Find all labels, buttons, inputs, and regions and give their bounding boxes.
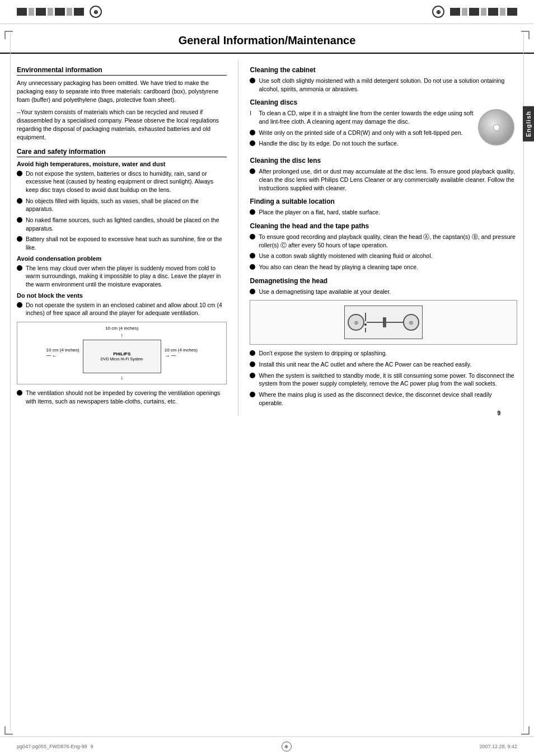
page-number: 9	[250, 410, 517, 416]
footer-page-num: 9	[91, 744, 93, 749]
bullet-text: Don't expose the system to dripping or s…	[259, 349, 387, 358]
avoid-heat-bullets: Do not expose the system, batteries or d…	[17, 170, 227, 252]
discs-bullets: l To clean a CD, wipe it in a straight l…	[250, 109, 517, 148]
cleaning-discs-heading: Cleaning discs	[250, 98, 517, 106]
bullet-item: Install this unit near the AC outlet and…	[250, 360, 517, 369]
bullet-num: l	[250, 109, 255, 118]
bullet-text: Battery shall not be exposed to excessiv…	[26, 235, 227, 251]
bullet-item: You also can clean the head by playing a…	[250, 263, 517, 271]
demag-bullets: Use a demagnetising tape available at yo…	[250, 288, 517, 296]
cleaning-cabinet-heading: Cleaning the cabinet	[250, 66, 517, 74]
bar-seg	[48, 8, 53, 16]
footer-timestamp: 2007.12.28, 9:42	[479, 744, 517, 749]
bullet-dot	[17, 265, 22, 271]
bullet-item: l To clean a CD, wipe it in a straight l…	[250, 109, 474, 125]
avoid-condensation-subheading: Avoid condensation problem	[17, 255, 227, 262]
cd-hole	[493, 124, 500, 131]
corner-mark-tr	[521, 31, 530, 39]
bullet-text: When the system is switched to standby m…	[259, 372, 517, 388]
bullet-text: To clean a CD, wipe it in a straight lin…	[259, 109, 474, 125]
corner-mark-bl	[4, 726, 13, 735]
bar-seg	[74, 8, 84, 16]
bullet-item: To ensure good recording and playback qu…	[250, 233, 517, 249]
bullet-dot	[17, 236, 22, 242]
bullet-item: No naked flame sources, such as lighted …	[17, 216, 227, 232]
env-info-body2: --Your system consists of materials whic…	[17, 108, 227, 142]
bullet-dot	[250, 392, 255, 397]
bullet-item: Use soft cloth slightly moistened with a…	[250, 77, 517, 93]
bullet-text: Do not expose the system, batteries or d…	[26, 170, 227, 194]
right-column: Cleaning the cabinet Use soft cloth slig…	[238, 60, 517, 416]
cd-circle	[478, 109, 514, 145]
bullet-item: Place the player on a flat, hard, stable…	[250, 208, 517, 217]
ventilation-diagram: 10 cm (4 inches) ← 10 cm (4 inches) ↑ PH…	[17, 322, 227, 384]
bullet-dot	[250, 130, 255, 135]
env-info-heading: Environmental information	[17, 66, 227, 76]
bullet-item: Don't expose the system to dripping or s…	[250, 349, 517, 358]
bar-seg	[488, 8, 498, 16]
bullet-text: After prolonged use, dirt or dust may ac…	[259, 167, 517, 192]
bullet-dot	[250, 373, 255, 378]
bar-seg	[36, 8, 46, 16]
bullet-dot	[250, 253, 255, 259]
bullet-dot	[250, 264, 255, 270]
cd-image	[478, 109, 517, 148]
bullet-dot	[17, 302, 22, 308]
bullet-dot	[250, 361, 255, 367]
bullet-item: Write only on the printed side of a CDR(…	[250, 129, 474, 137]
bar-seg	[17, 8, 27, 16]
location-bullets: Place the player on a flat, hard, stable…	[250, 208, 517, 217]
bullet-item: The lens may cloud over when the player …	[17, 264, 227, 289]
footer-bar: pg047-pg055_FWD876-Eng-98 9 ⊕ 2007.12.28…	[0, 736, 534, 756]
bar-seg	[469, 8, 479, 16]
bullet-item: Use a demagnetising tape available at yo…	[250, 288, 517, 296]
left-bar-segments	[17, 8, 84, 16]
bullet-item: When the system is switched to standby m…	[250, 372, 517, 388]
bullet-text: Place the player on a flat, hard, stable…	[259, 208, 380, 217]
demagnetising-heading: Demagnetising the head	[250, 277, 517, 285]
suitable-location-heading: Finding a suitable location	[250, 198, 517, 205]
bullet-text: Write only on the printed side of a CDR(…	[259, 129, 462, 137]
left-column: Environmental information Any unnecessar…	[17, 60, 227, 416]
bar-seg	[450, 8, 460, 16]
env-info-body1: Any unnecessary packaging has been omitt…	[17, 79, 227, 105]
bullet-item: Battery shall not be exposed to excessiv…	[17, 235, 227, 251]
header-right: ⊕	[267, 6, 517, 18]
bullet-text: Use a demagnetising tape available at yo…	[259, 288, 391, 296]
bullet-dot	[250, 289, 255, 294]
header-left: ⊕	[17, 6, 267, 18]
bullet-dot	[17, 198, 22, 204]
bullet-text: Install this unit near the AC outlet and…	[259, 360, 471, 369]
bar-seg	[481, 8, 486, 16]
bullet-text: You also can clean the head by playing a…	[259, 263, 418, 271]
bullet-dot	[17, 171, 22, 176]
care-safety-heading: Care and safety information	[17, 148, 227, 157]
footer-left: pg047-pg055_FWD876-Eng-98 9	[17, 741, 93, 752]
vents-bullets: Do not operate the system in an enclosed…	[17, 301, 227, 317]
device-diagram-rect: PHILIPS DVD Micro Hi-Fi System	[83, 340, 161, 373]
footer-right: 2007.12.28, 9:42	[479, 741, 517, 752]
bullet-text: No objects filled with liquids, such as …	[26, 197, 227, 213]
ventilation-bullets2: The ventilation should not be impeded by…	[17, 389, 227, 405]
bullet-item: Use a cotton swab slightly moistened wit…	[250, 252, 517, 260]
cabinet-bullets: Use soft cloth slightly moistened with a…	[250, 77, 517, 93]
dim-top-label: 10 cm (4 inches)	[105, 326, 138, 331]
corner-mark-br	[521, 726, 530, 735]
bullet-dot	[250, 140, 255, 146]
bullet-dot	[17, 390, 22, 396]
bullet-dot	[250, 350, 255, 356]
header-bar: ⊕ ⊕	[0, 0, 534, 24]
bullet-item: Do not operate the system in an enclosed…	[17, 301, 227, 317]
header-compass-left: ⊕	[90, 6, 102, 18]
avoid-heat-subheading: Avoid high temperatures, moisture, water…	[17, 161, 227, 167]
page-title: General Information/Maintenance	[0, 24, 534, 54]
bullet-text: Where the mains plug is used as the disc…	[259, 391, 517, 407]
device-label: PHILIPS DVD Micro Hi-Fi System	[101, 351, 143, 361]
tape-deck-box: ◎ ◎	[344, 306, 423, 339]
header-compass-right: ⊕	[432, 6, 444, 18]
corner-mark-tl	[4, 31, 13, 39]
dim-right-label: 10 cm (4 inches)	[165, 348, 198, 353]
content-area: Environmental information Any unnecessar…	[0, 60, 534, 416]
reel-left: ◎	[348, 314, 364, 331]
bullet-dot	[250, 78, 255, 83]
